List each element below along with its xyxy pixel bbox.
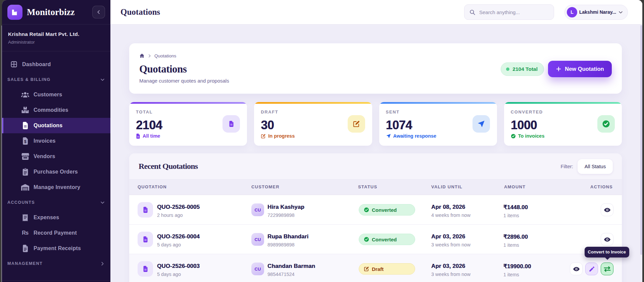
svg-text:$: $ — [24, 139, 27, 144]
